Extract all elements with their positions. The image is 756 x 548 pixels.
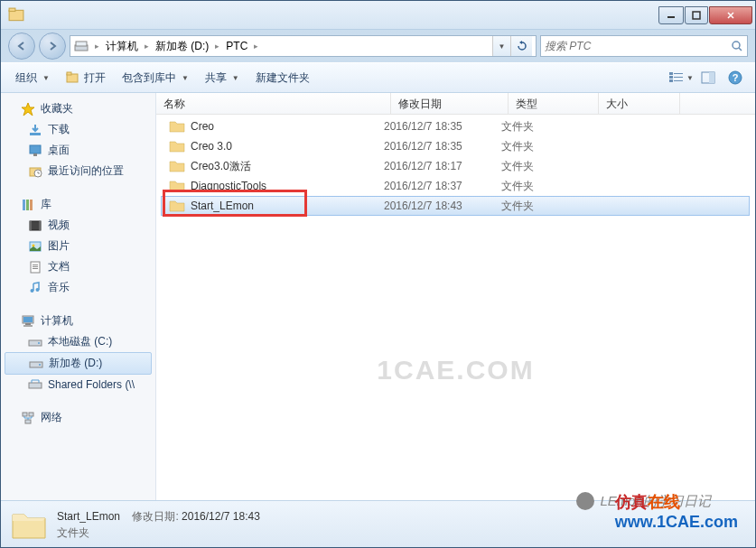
svg-rect-9 <box>669 72 673 75</box>
view-options-button[interactable]: ▼ <box>668 67 694 88</box>
sidebar-item-drive-c[interactable]: 本地磁盘 (C:) <box>1 331 155 352</box>
svg-text:?: ? <box>733 72 739 83</box>
refresh-button[interactable] <box>510 36 532 56</box>
file-list[interactable]: Creo 2016/12/7 18:35 文件夹 Creo 3.0 2016/1… <box>156 115 755 500</box>
file-row[interactable]: Creo 3.0 2016/12/7 18:35 文件夹 <box>156 136 755 156</box>
column-type[interactable]: 类型 <box>509 93 599 114</box>
computer-group: 计算机 本地磁盘 (C:) 新加卷 (D:) Shared Folders (\… <box>1 311 155 395</box>
search-icon[interactable] <box>731 40 743 52</box>
svg-rect-41 <box>23 325 33 327</box>
new-folder-button[interactable]: 新建文件夹 <box>248 67 317 89</box>
svg-rect-34 <box>33 266 38 267</box>
libraries-group: 库 视频 图片 文档 音乐 <box>1 194 155 298</box>
column-name[interactable]: 名称 <box>156 93 391 114</box>
help-button[interactable]: ? <box>723 67 748 88</box>
svg-rect-16 <box>709 72 714 83</box>
music-icon <box>28 281 42 295</box>
organize-menu[interactable]: 组织▼ <box>8 67 57 89</box>
file-row[interactable]: Creo 2016/12/7 18:35 文件夹 <box>156 116 755 136</box>
svg-rect-8 <box>67 72 71 75</box>
include-menu[interactable]: 包含到库中▼ <box>115 67 196 89</box>
column-headers: 名称 修改日期 类型 大小 <box>156 93 755 115</box>
libraries-label: 库 <box>41 197 51 212</box>
address-bar[interactable]: ▸ 计算机 ▸ 新加卷 (D:) ▸ PTC ▸ ▼ <box>70 35 537 57</box>
search-box[interactable] <box>540 35 748 57</box>
breadcrumb-segment[interactable]: PTC <box>222 40 251 52</box>
svg-rect-25 <box>26 200 29 210</box>
svg-rect-28 <box>30 221 32 230</box>
chevron-right-icon[interactable]: ▸ <box>251 42 261 51</box>
computer-header[interactable]: 计算机 <box>1 311 155 331</box>
sidebar-item-desktop[interactable]: 桌面 <box>1 140 155 161</box>
recent-icon <box>28 164 42 179</box>
breadcrumb-segment[interactable]: 新加卷 (D:) <box>152 39 212 54</box>
chevron-right-icon[interactable]: ▸ <box>212 42 222 51</box>
navigation-sidebar: 收藏夹 下载 桌面 最近访问的位置 <box>1 93 156 500</box>
svg-point-45 <box>39 364 41 366</box>
status-filename: Start_LEmon <box>57 510 120 523</box>
toolbar: 组织▼ 打开 包含到库中▼ 共享▼ 新建文件夹 ▼ ? <box>1 62 755 93</box>
sidebar-item-videos[interactable]: 视频 <box>1 215 155 236</box>
svg-rect-48 <box>29 413 33 416</box>
svg-rect-29 <box>39 221 41 230</box>
network-group: 网络 <box>1 407 155 428</box>
svg-rect-24 <box>23 200 25 210</box>
sidebar-item-drive-d[interactable]: 新加卷 (D:) <box>5 352 152 375</box>
search-input[interactable] <box>545 40 731 52</box>
forward-button[interactable] <box>39 33 66 60</box>
column-size[interactable]: 大小 <box>599 93 680 114</box>
maximize-button[interactable] <box>685 6 708 24</box>
svg-rect-1 <box>9 8 15 11</box>
share-menu[interactable]: 共享▼ <box>198 67 247 89</box>
sidebar-item-recent[interactable]: 最近访问的位置 <box>1 161 155 181</box>
chevron-down-icon: ▼ <box>182 74 189 82</box>
network-drive-icon <box>28 377 42 392</box>
column-date[interactable]: 修改日期 <box>391 93 509 114</box>
svg-rect-11 <box>669 79 673 82</box>
svg-point-6 <box>733 42 740 49</box>
svg-rect-33 <box>33 265 38 265</box>
address-dropdown[interactable]: ▼ <box>492 36 510 56</box>
chevron-right-icon[interactable]: ▸ <box>142 42 152 51</box>
folder-icon <box>169 159 185 173</box>
svg-point-37 <box>36 288 40 292</box>
sidebar-item-downloads[interactable]: 下载 <box>1 119 155 140</box>
svg-rect-35 <box>33 268 38 269</box>
overlay-site: 仿真在线 www.1CAE.com <box>615 491 738 532</box>
minimize-button[interactable] <box>658 6 684 24</box>
preview-pane-button[interactable] <box>695 67 721 88</box>
status-text: Start_LEmon 修改日期: 2016/12/7 18:43 文件夹 <box>57 508 260 541</box>
breadcrumb-segment[interactable]: 计算机 <box>102 39 142 54</box>
app-icon <box>8 7 24 23</box>
svg-rect-2 <box>667 16 675 18</box>
status-date-label: 修改日期: <box>132 510 178 523</box>
chevron-down-icon: ▼ <box>42 74 50 82</box>
sidebar-item-pictures[interactable]: 图片 <box>1 236 155 256</box>
svg-rect-19 <box>30 133 41 135</box>
svg-rect-20 <box>30 145 41 153</box>
computer-icon <box>21 314 35 329</box>
folder-icon <box>169 119 185 134</box>
file-row-selected[interactable]: Start_LEmon 2016/12/7 18:43 文件夹 <box>161 196 750 216</box>
titlebar <box>1 1 755 30</box>
wechat-icon <box>576 492 594 510</box>
chevron-right-icon[interactable]: ▸ <box>92 42 102 51</box>
file-row[interactable]: DiagnosticTools 2016/12/7 18:37 文件夹 <box>156 176 755 196</box>
main-panel: 名称 修改日期 类型 大小 Creo 2016/12/7 18:35 文件夹 <box>156 93 755 500</box>
open-icon <box>66 71 80 84</box>
explorer-window: ▸ 计算机 ▸ 新加卷 (D:) ▸ PTC ▸ ▼ 组织▼ 打开 <box>0 0 756 548</box>
content-area: 收藏夹 下载 桌面 最近访问的位置 <box>1 93 755 500</box>
file-row[interactable]: Creo3.0激活 2016/12/7 18:17 文件夹 <box>156 156 755 176</box>
network-header[interactable]: 网络 <box>1 407 155 428</box>
svg-rect-13 <box>674 77 683 78</box>
sidebar-item-shared-folders[interactable]: Shared Folders (\\ <box>1 375 155 395</box>
svg-rect-14 <box>674 80 683 81</box>
close-button[interactable] <box>709 6 752 24</box>
back-button[interactable] <box>8 33 35 60</box>
sidebar-item-music[interactable]: 音乐 <box>1 277 155 298</box>
library-icon <box>21 198 35 212</box>
libraries-header[interactable]: 库 <box>1 194 155 215</box>
favorites-header[interactable]: 收藏夹 <box>1 98 155 119</box>
sidebar-item-documents[interactable]: 文档 <box>1 256 155 277</box>
open-button[interactable]: 打开 <box>59 67 113 89</box>
